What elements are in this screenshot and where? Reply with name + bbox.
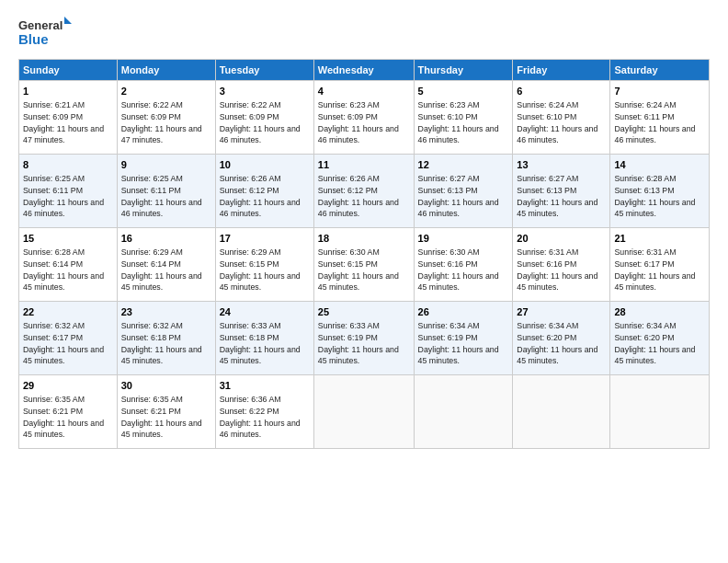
day-content: Sunrise: 6:26 AMSunset: 6:12 PMDaylight:… xyxy=(318,174,399,219)
day-of-week-header: SundayMondayTuesdayWednesdayThursdayFrid… xyxy=(19,60,710,81)
calendar-cell: 31 Sunrise: 6:36 AMSunset: 6:22 PMDaylig… xyxy=(215,375,313,449)
day-content: Sunrise: 6:30 AMSunset: 6:15 PMDaylight:… xyxy=(318,247,399,293)
day-content: Sunrise: 6:36 AMSunset: 6:22 PMDaylight:… xyxy=(220,395,301,440)
day-number: 11 xyxy=(318,158,410,172)
day-number: 24 xyxy=(220,305,310,319)
dow-monday: Monday xyxy=(117,60,215,81)
day-number: 14 xyxy=(614,158,705,172)
calendar-cell xyxy=(414,375,513,449)
day-number: 18 xyxy=(318,232,410,246)
day-content: Sunrise: 6:35 AMSunset: 6:21 PMDaylight:… xyxy=(23,395,104,440)
day-number: 16 xyxy=(121,232,211,246)
svg-marker-1 xyxy=(64,17,72,24)
calendar-cell: 12 Sunrise: 6:27 AMSunset: 6:13 PMDaylig… xyxy=(414,155,513,228)
day-number: 4 xyxy=(318,85,410,98)
dow-saturday: Saturday xyxy=(610,60,710,81)
day-content: Sunrise: 6:23 AMSunset: 6:09 PMDaylight:… xyxy=(318,100,399,145)
svg-text:General: General xyxy=(18,18,63,32)
calendar-cell: 15 Sunrise: 6:28 AMSunset: 6:14 PMDaylig… xyxy=(19,228,118,302)
calendar-cell: 19 Sunrise: 6:30 AMSunset: 6:16 PMDaylig… xyxy=(414,228,513,302)
day-content: Sunrise: 6:22 AMSunset: 6:09 PMDaylight:… xyxy=(220,100,301,145)
calendar-cell: 9 Sunrise: 6:25 AMSunset: 6:11 PMDayligh… xyxy=(117,155,215,228)
day-number: 31 xyxy=(220,379,310,393)
day-number: 2 xyxy=(121,85,211,98)
dow-thursday: Thursday xyxy=(414,60,513,81)
calendar-cell xyxy=(313,375,414,449)
day-content: Sunrise: 6:31 AMSunset: 6:17 PMDaylight:… xyxy=(614,247,695,293)
calendar-week-2: 8 Sunrise: 6:25 AMSunset: 6:11 PMDayligh… xyxy=(19,155,710,228)
calendar-cell: 5 Sunrise: 6:23 AMSunset: 6:10 PMDayligh… xyxy=(414,81,513,155)
calendar-body: 1 Sunrise: 6:21 AMSunset: 6:09 PMDayligh… xyxy=(19,81,710,449)
day-number: 23 xyxy=(121,305,211,319)
calendar-cell: 10 Sunrise: 6:26 AMSunset: 6:12 PMDaylig… xyxy=(215,155,313,228)
calendar-cell: 14 Sunrise: 6:28 AMSunset: 6:13 PMDaylig… xyxy=(610,155,710,228)
dow-wednesday: Wednesday xyxy=(313,60,414,81)
calendar-cell: 6 Sunrise: 6:24 AMSunset: 6:10 PMDayligh… xyxy=(513,81,610,155)
calendar-cell: 8 Sunrise: 6:25 AMSunset: 6:11 PMDayligh… xyxy=(19,155,118,228)
calendar-cell: 21 Sunrise: 6:31 AMSunset: 6:17 PMDaylig… xyxy=(610,228,710,302)
calendar-cell: 7 Sunrise: 6:24 AMSunset: 6:11 PMDayligh… xyxy=(610,81,710,155)
calendar-table: SundayMondayTuesdayWednesdayThursdayFrid… xyxy=(18,59,710,449)
day-content: Sunrise: 6:29 AMSunset: 6:14 PMDaylight:… xyxy=(121,247,202,293)
day-number: 15 xyxy=(23,232,113,246)
calendar-cell: 1 Sunrise: 6:21 AMSunset: 6:09 PMDayligh… xyxy=(19,81,118,155)
day-content: Sunrise: 6:34 AMSunset: 6:19 PMDaylight:… xyxy=(418,321,499,366)
calendar-cell: 23 Sunrise: 6:32 AMSunset: 6:18 PMDaylig… xyxy=(117,302,215,375)
day-number: 17 xyxy=(220,232,310,246)
calendar-cell: 24 Sunrise: 6:33 AMSunset: 6:18 PMDaylig… xyxy=(215,302,313,375)
day-number: 27 xyxy=(517,305,606,319)
day-content: Sunrise: 6:22 AMSunset: 6:09 PMDaylight:… xyxy=(121,100,202,145)
day-content: Sunrise: 6:27 AMSunset: 6:13 PMDaylight:… xyxy=(418,174,499,219)
dow-sunday: Sunday xyxy=(19,60,118,81)
calendar-cell: 22 Sunrise: 6:32 AMSunset: 6:17 PMDaylig… xyxy=(19,302,118,375)
day-content: Sunrise: 6:26 AMSunset: 6:12 PMDaylight:… xyxy=(220,174,301,219)
header: General Blue xyxy=(18,15,710,50)
day-number: 9 xyxy=(121,158,211,172)
calendar-cell: 4 Sunrise: 6:23 AMSunset: 6:09 PMDayligh… xyxy=(313,81,414,155)
calendar-cell: 26 Sunrise: 6:34 AMSunset: 6:19 PMDaylig… xyxy=(414,302,513,375)
day-content: Sunrise: 6:32 AMSunset: 6:18 PMDaylight:… xyxy=(121,321,202,366)
calendar-cell: 25 Sunrise: 6:33 AMSunset: 6:19 PMDaylig… xyxy=(313,302,414,375)
day-number: 1 xyxy=(23,85,113,98)
day-content: Sunrise: 6:28 AMSunset: 6:14 PMDaylight:… xyxy=(23,247,104,293)
calendar-cell: 29 Sunrise: 6:35 AMSunset: 6:21 PMDaylig… xyxy=(19,375,118,449)
day-content: Sunrise: 6:25 AMSunset: 6:11 PMDaylight:… xyxy=(121,174,202,219)
general-blue-logo-icon: General Blue xyxy=(18,15,74,50)
day-content: Sunrise: 6:33 AMSunset: 6:19 PMDaylight:… xyxy=(318,321,399,366)
day-number: 6 xyxy=(517,85,606,98)
calendar-cell: 18 Sunrise: 6:30 AMSunset: 6:15 PMDaylig… xyxy=(313,228,414,302)
calendar-cell: 28 Sunrise: 6:34 AMSunset: 6:20 PMDaylig… xyxy=(610,302,710,375)
day-number: 22 xyxy=(23,305,113,319)
calendar-cell: 17 Sunrise: 6:29 AMSunset: 6:15 PMDaylig… xyxy=(215,228,313,302)
calendar-cell xyxy=(513,375,610,449)
day-number: 10 xyxy=(220,158,310,172)
dow-friday: Friday xyxy=(513,60,610,81)
day-content: Sunrise: 6:27 AMSunset: 6:13 PMDaylight:… xyxy=(517,174,597,219)
day-content: Sunrise: 6:28 AMSunset: 6:13 PMDaylight:… xyxy=(614,174,695,219)
day-number: 20 xyxy=(517,232,606,246)
day-content: Sunrise: 6:29 AMSunset: 6:15 PMDaylight:… xyxy=(220,247,301,293)
day-content: Sunrise: 6:34 AMSunset: 6:20 PMDaylight:… xyxy=(517,321,597,366)
dow-tuesday: Tuesday xyxy=(215,60,313,81)
calendar-cell: 2 Sunrise: 6:22 AMSunset: 6:09 PMDayligh… xyxy=(117,81,215,155)
day-number: 21 xyxy=(614,232,705,246)
calendar-cell: 30 Sunrise: 6:35 AMSunset: 6:21 PMDaylig… xyxy=(117,375,215,449)
calendar-week-4: 22 Sunrise: 6:32 AMSunset: 6:17 PMDaylig… xyxy=(19,302,710,375)
day-content: Sunrise: 6:24 AMSunset: 6:10 PMDaylight:… xyxy=(517,100,597,145)
day-content: Sunrise: 6:35 AMSunset: 6:21 PMDaylight:… xyxy=(121,395,202,440)
day-number: 28 xyxy=(614,305,705,319)
day-content: Sunrise: 6:34 AMSunset: 6:20 PMDaylight:… xyxy=(614,321,695,366)
calendar-cell: 16 Sunrise: 6:29 AMSunset: 6:14 PMDaylig… xyxy=(117,228,215,302)
calendar-cell: 20 Sunrise: 6:31 AMSunset: 6:16 PMDaylig… xyxy=(513,228,610,302)
day-content: Sunrise: 6:21 AMSunset: 6:09 PMDaylight:… xyxy=(23,100,104,145)
day-content: Sunrise: 6:25 AMSunset: 6:11 PMDaylight:… xyxy=(23,174,104,219)
calendar-cell: 3 Sunrise: 6:22 AMSunset: 6:09 PMDayligh… xyxy=(215,81,313,155)
page: General Blue SundayMondayTuesdayWednesda… xyxy=(0,0,728,563)
logo: General Blue xyxy=(18,15,74,50)
day-number: 29 xyxy=(23,379,113,393)
day-content: Sunrise: 6:33 AMSunset: 6:18 PMDaylight:… xyxy=(220,321,301,366)
day-number: 8 xyxy=(23,158,113,172)
day-content: Sunrise: 6:31 AMSunset: 6:16 PMDaylight:… xyxy=(517,247,597,293)
day-number: 30 xyxy=(121,379,211,393)
calendar-cell: 27 Sunrise: 6:34 AMSunset: 6:20 PMDaylig… xyxy=(513,302,610,375)
